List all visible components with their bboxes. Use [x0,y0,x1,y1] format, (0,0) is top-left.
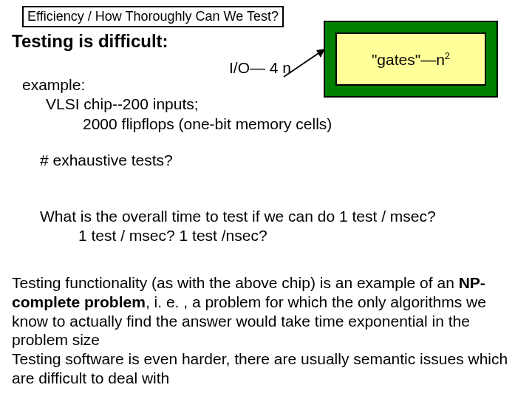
heading: Testing is difficult: [12,31,168,52]
exhaustive-line: # exhaustive tests? [40,151,173,169]
paragraph-block: Testing functionality (as with the above… [12,273,522,388]
io-label: I/O— 4 n [229,59,291,77]
example-l1: example: [22,75,510,95]
overall-block: What is the overall time to test if we c… [40,207,513,246]
example-block: example: VLSI chip--200 inputs; 2000 fli… [22,75,510,134]
chip-label: "gates"—n2 [372,50,450,69]
slide-title: Efficiency / How Thoroughly Can We Test? [27,9,279,24]
para-pre: Testing functionality (as with the above… [12,274,459,291]
overall-l1: What is the overall time to test if we c… [40,207,513,226]
example-l2: VLSI chip--200 inputs; [46,95,510,114]
chip-label-sup: 2 [445,50,450,61]
example-l3: 2000 flipflops (one-bit memory cells) [83,115,510,134]
chip-label-pre: "gates"—n [372,51,445,68]
overall-l2: 1 test / msec? 1 test /nsec? [78,226,513,245]
slide-title-box: Efficiency / How Thoroughly Can We Test? [22,6,284,27]
para2: Testing software is even harder, there a… [12,350,508,386]
